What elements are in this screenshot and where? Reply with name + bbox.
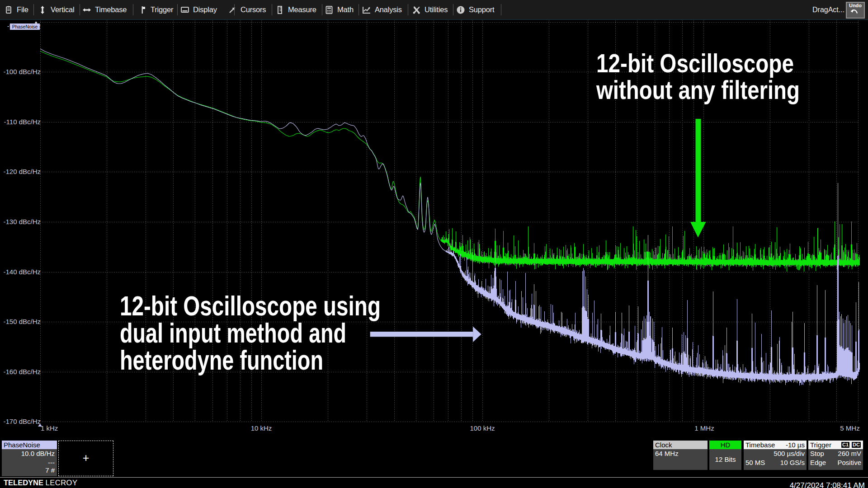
svg-text:without any filtering: without any filtering xyxy=(596,75,800,104)
svg-text:12-bit Oscilloscope: 12-bit Oscilloscope xyxy=(596,49,794,78)
svg-text:12-bit Oscilloscope using: 12-bit Oscilloscope using xyxy=(120,291,381,321)
svg-text:dual input method and: dual input method and xyxy=(120,318,346,348)
svg-text:heterodyne function: heterodyne function xyxy=(120,345,323,375)
